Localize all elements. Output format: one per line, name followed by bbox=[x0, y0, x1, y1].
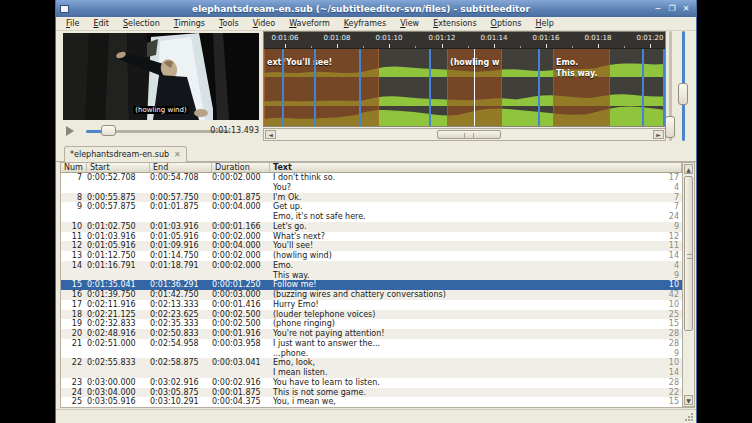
subtitle-row-25[interactable]: 250:03:05.9160:03:10.2910:00:04.375You, … bbox=[61, 397, 682, 407]
ruler-tick-major bbox=[442, 44, 443, 48]
menu-help[interactable]: Help bbox=[528, 18, 560, 29]
subtitle-row-15[interactable]: 150:01:35.0410:01:36.2910:00:01.250Follo… bbox=[61, 280, 682, 290]
char-count: 24 bbox=[656, 212, 679, 222]
subtitle-row-9[interactable]: 90:00:57.8750:01:01.8750:00:04.000Get up… bbox=[61, 202, 682, 222]
col-start[interactable]: Start bbox=[87, 163, 150, 172]
subtitle-row-11[interactable]: 110:01:03.9160:01:05.9160:00:02.000What'… bbox=[61, 232, 682, 242]
char-count: 14 bbox=[656, 251, 679, 261]
vscroll-down-arrow[interactable]: ▼ bbox=[684, 395, 693, 405]
vscroll-thumb[interactable] bbox=[684, 176, 693, 331]
subtitle-row-12[interactable]: 120:01:05.9160:01:09.9160:00:04.000You'l… bbox=[61, 241, 682, 251]
duration-cell: 0:00:01.250 bbox=[212, 280, 270, 290]
subtitle-region[interactable]: You'll see! bbox=[283, 49, 379, 127]
ruler-tick-minor bbox=[520, 46, 521, 48]
duration-cell: 0:00:02.000 bbox=[212, 261, 270, 281]
col-duration[interactable]: Duration bbox=[212, 163, 270, 172]
menu-extensions[interactable]: Extensions bbox=[426, 18, 483, 29]
zoom-slider-handle[interactable] bbox=[665, 116, 675, 138]
menu-tools[interactable]: Tools bbox=[212, 18, 246, 29]
char-count-cell: 28 bbox=[656, 378, 682, 388]
duration-cell: 0:00:04.000 bbox=[212, 241, 270, 251]
ruler-tick-label: 0:01:14 bbox=[473, 34, 515, 42]
subtitle-region[interactable]: ext? bbox=[264, 49, 283, 127]
close-button[interactable]: ✕ bbox=[681, 4, 691, 13]
subtitleeditor-window: elephantsdream-en.sub (~/subtitleeditor-… bbox=[55, 0, 697, 423]
ruler-tick-major bbox=[494, 44, 495, 48]
hscroll-thumb[interactable] bbox=[437, 130, 501, 139]
table-vscrollbar[interactable]: ▲ ▼ bbox=[682, 162, 695, 407]
char-count: 22 bbox=[656, 388, 679, 398]
text-line: You? bbox=[273, 183, 656, 193]
menu-file[interactable]: File bbox=[59, 18, 86, 29]
waveform-scale-slider[interactable] bbox=[679, 31, 687, 141]
text-cell: (louder telephone voices) bbox=[270, 310, 656, 320]
char-count-cell: 724 bbox=[656, 202, 682, 222]
screen: elephantsdream-en.sub (~/subtitleeditor-… bbox=[0, 0, 752, 423]
minimize-button[interactable]: ─ bbox=[653, 4, 663, 13]
menu-options[interactable]: Options bbox=[484, 18, 529, 29]
subtitle-row-8[interactable]: 80:00:55.8750:00:57.7500:00:01.875I'm Ok… bbox=[61, 193, 682, 203]
waveform-zoom-slider[interactable] bbox=[666, 31, 674, 141]
video-seek-handle[interactable] bbox=[101, 125, 116, 136]
char-count: 28 bbox=[656, 329, 679, 339]
start-cell: 0:02:32.833 bbox=[87, 319, 150, 329]
char-count: 10 bbox=[656, 300, 679, 310]
subtitle-table-header: Num Start End Duration Text bbox=[60, 162, 682, 173]
region-label: You'll see! bbox=[284, 58, 378, 68]
subtitle-row-24[interactable]: 240:03:04.0000:03:05.8750:00:01.875This … bbox=[61, 388, 682, 398]
subtitle-row-13[interactable]: 130:01:12.7500:01:14.7500:00:02.000(howl… bbox=[61, 251, 682, 261]
tab-elephantsdream[interactable]: *elephantsdream-en.sub ✕ bbox=[64, 146, 187, 162]
vscroll-up-arrow[interactable]: ▲ bbox=[684, 164, 693, 174]
waveform-body[interactable]: ext?You'll see!(howling wEmo.This way. bbox=[264, 49, 665, 127]
text-cell: I just want to answer the......phone. bbox=[270, 339, 656, 359]
subtitle-row-7[interactable]: 70:00:52.7080:00:54.7080:00:02.000I don'… bbox=[61, 173, 682, 193]
col-num[interactable]: Num bbox=[61, 163, 87, 172]
subtitle-row-16[interactable]: 160:01:39.7500:01:42.7500:00:03.000(buzz… bbox=[61, 290, 682, 300]
resize-grip[interactable] bbox=[684, 412, 693, 421]
playhead-line[interactable] bbox=[474, 49, 475, 127]
num-cell: 18 bbox=[61, 310, 87, 320]
menu-timings[interactable]: Timings bbox=[167, 18, 212, 29]
waveform-view[interactable]: 0:01:060:01:080:01:100:01:120:01:140:01:… bbox=[263, 31, 666, 127]
menu-edit[interactable]: Edit bbox=[86, 18, 116, 29]
play-icon[interactable] bbox=[66, 126, 74, 136]
char-count-cell: 9 bbox=[656, 222, 682, 232]
menu-keyframes[interactable]: Keyframes bbox=[337, 18, 393, 29]
subtitle-row-10[interactable]: 100:01:02.7500:01:03.9160:00:01.166Let's… bbox=[61, 222, 682, 232]
text-cell: Emo.This way. bbox=[270, 261, 656, 281]
video-display[interactable]: (howling wind) bbox=[63, 33, 259, 120]
text-line: Let's go. bbox=[273, 222, 656, 232]
subtitle-row-23[interactable]: 230:03:00.0000:03:02.9160:00:02.916You h… bbox=[61, 378, 682, 388]
subtitle-row-18[interactable]: 180:02:21.1250:02:23.6250:00:02.500(loud… bbox=[61, 310, 682, 320]
col-text[interactable]: Text bbox=[270, 163, 681, 172]
titlebar[interactable]: elephantsdream-en.sub (~/subtitleeditor-… bbox=[56, 0, 696, 17]
subtitle-region[interactable]: Emo.This way. bbox=[553, 49, 610, 127]
subtitle-row-19[interactable]: 190:02:32.8330:02:35.3330:00:02.500(phon… bbox=[61, 319, 682, 329]
menu-video[interactable]: Video bbox=[246, 18, 282, 29]
ruler-tick-major bbox=[598, 44, 599, 48]
tab-close-icon[interactable]: ✕ bbox=[174, 151, 181, 159]
num-cell: 23 bbox=[61, 378, 87, 388]
menu-waveform[interactable]: Waveform bbox=[282, 18, 337, 29]
col-end[interactable]: End bbox=[150, 163, 212, 172]
start-cell: 0:03:00.000 bbox=[87, 378, 150, 388]
end-cell: 0:02:50.833 bbox=[150, 329, 212, 339]
duration-cell: 0:00:04.375 bbox=[212, 397, 270, 407]
menu-view[interactable]: View bbox=[393, 18, 426, 29]
text-line: You have to learn to listen. bbox=[273, 378, 656, 388]
end-cell: 0:03:05.875 bbox=[150, 388, 212, 398]
subtitle-row-14[interactable]: 140:01:16.7910:01:18.7910:00:02.000Emo.T… bbox=[61, 261, 682, 281]
keyframe-line bbox=[642, 49, 644, 127]
char-count: 4 bbox=[656, 183, 679, 193]
subtitle-row-17[interactable]: 170:02:11.9160:02:13.3330:00:01.416Hurry… bbox=[61, 300, 682, 310]
hscroll-right-arrow[interactable]: ► bbox=[653, 130, 664, 139]
hscroll-left-arrow[interactable]: ◄ bbox=[265, 130, 276, 139]
maximize-button[interactable]: ❐ bbox=[667, 4, 677, 13]
text-line: (howling wind) bbox=[273, 251, 656, 261]
waveform-hscrollbar[interactable]: ◄ ► bbox=[263, 128, 666, 141]
subtitle-row-22[interactable]: 220:02:55.8330:02:58.8750:00:03.041Emo, … bbox=[61, 358, 682, 378]
menu-selection[interactable]: Selection bbox=[116, 18, 167, 29]
subtitle-row-21[interactable]: 210:02:51.0000:02:54.9580:00:03.958I jus… bbox=[61, 339, 682, 359]
subtitle-row-20[interactable]: 200:02:48.9160:02:50.8330:00:01.916You'r… bbox=[61, 329, 682, 339]
scale-slider-handle[interactable] bbox=[678, 83, 688, 105]
